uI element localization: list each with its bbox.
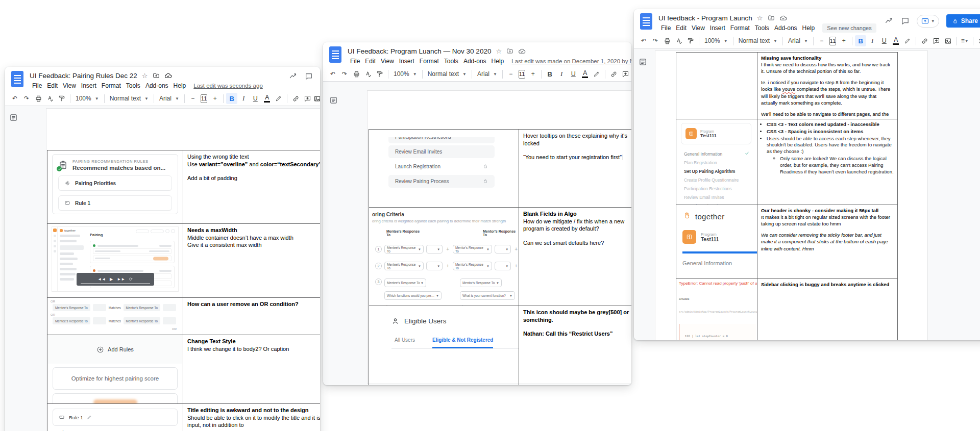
insert-image-button[interactable]: ▼	[313, 93, 320, 104]
note-text[interactable]: This icon should maybe be grey[500] or s…	[519, 306, 631, 340]
menu-file[interactable]: File	[658, 24, 673, 32]
spellcheck-button[interactable]	[44, 93, 56, 104]
underline-button[interactable]: U	[568, 68, 579, 80]
add-comment-button[interactable]	[930, 35, 942, 46]
add-comment-button[interactable]	[302, 93, 313, 104]
activity-icon[interactable]	[885, 16, 894, 26]
zoom-select[interactable]: 100%▼	[73, 93, 102, 104]
comments-icon[interactable]	[305, 72, 313, 81]
note-text[interactable]: Title editing is awkward and not to the …	[183, 404, 320, 431]
undo-button[interactable]: ↶	[9, 93, 20, 104]
cloud-status-icon[interactable]	[518, 47, 526, 55]
menu-addons[interactable]: Add-ons	[772, 24, 800, 32]
styles-select[interactable]: Normal text▼	[736, 35, 780, 46]
note-text[interactable]: Change Text Style I think we change it t…	[183, 335, 320, 355]
font-size-decrease-button[interactable]: −	[816, 35, 827, 46]
document-outline-icon[interactable]	[9, 113, 18, 124]
menu-format[interactable]: Format	[417, 57, 442, 65]
menu-help[interactable]: Help	[800, 24, 818, 32]
google-docs-icon[interactable]	[329, 46, 341, 63]
document-page[interactable]: Participation Restrictions Review Email …	[367, 90, 631, 384]
zoom-select[interactable]: 100%▼	[702, 35, 730, 46]
menu-edit[interactable]: Edit	[44, 82, 60, 90]
add-comment-button[interactable]	[620, 68, 631, 80]
last-edit-link[interactable]: Last edit was seconds ago	[193, 83, 263, 89]
underline-button[interactable]: U	[250, 93, 261, 104]
align-button[interactable]: ≡▼	[959, 35, 970, 46]
redo-button[interactable]: ↷	[650, 35, 661, 46]
see-new-changes-button[interactable]: See new changes	[822, 23, 876, 33]
comments-icon[interactable]	[901, 17, 910, 26]
document-page[interactable]: Missing save functionality I think we ne…	[655, 50, 928, 340]
font-size-increase-button[interactable]: +	[838, 35, 849, 46]
insert-image-button[interactable]	[942, 35, 953, 46]
document-outline-icon[interactable]	[329, 96, 338, 107]
undo-button[interactable]: ↶	[327, 68, 338, 80]
font-size-increase-button[interactable]: +	[527, 68, 538, 80]
menu-help[interactable]: Help	[171, 82, 189, 90]
present-button[interactable]: ▼	[917, 15, 939, 28]
share-button[interactable]: Share	[946, 14, 980, 28]
document-title[interactable]: UI Feedback: Pairing Rules Dec 22	[30, 72, 137, 80]
last-edit-link[interactable]: Last edit was made on December 1, 2020 b…	[511, 58, 631, 64]
document-title[interactable]: UI Feedback: Program Luanch — Nov 30 202…	[348, 47, 491, 55]
move-folder-icon[interactable]	[768, 14, 775, 21]
menu-format[interactable]: Format	[728, 24, 752, 32]
menu-file[interactable]: File	[348, 57, 362, 65]
document-title[interactable]: UI feedback - Program Launch	[658, 14, 752, 22]
zoom-select[interactable]: 100%▼	[391, 68, 420, 80]
bold-button[interactable]: B	[226, 93, 237, 104]
spellcheck-button[interactable]	[362, 68, 374, 80]
menu-tools[interactable]: Tools	[442, 57, 461, 65]
activity-icon[interactable]	[289, 72, 298, 81]
note-text[interactable]: Sidebar clicking is buggy and breaks any…	[757, 279, 897, 290]
menu-view[interactable]: View	[689, 24, 707, 32]
insert-link-button[interactable]	[919, 35, 930, 46]
note-text[interactable]: How can a user remove an OR condition?	[183, 298, 320, 311]
menu-view[interactable]: View	[60, 82, 79, 90]
note-text[interactable]: Our header is chonky - consider making i…	[757, 205, 897, 254]
menu-edit[interactable]: Edit	[362, 57, 378, 65]
cloud-status-icon[interactable]	[164, 72, 172, 80]
google-docs-icon[interactable]	[11, 71, 23, 87]
font-select[interactable]: Arial▼	[475, 68, 500, 80]
line-spacing-button[interactable]	[976, 35, 980, 46]
note-text[interactable]: Needs a maxWidth Middle container doesn’…	[183, 224, 320, 251]
styles-select[interactable]: Normal text▼	[107, 93, 151, 104]
move-folder-icon[interactable]	[153, 72, 160, 79]
font-size-value[interactable]: 11	[201, 94, 207, 103]
google-docs-icon[interactable]	[640, 13, 652, 30]
menu-edit[interactable]: Edit	[673, 24, 689, 32]
redo-button[interactable]: ↷	[339, 68, 350, 80]
underline-button[interactable]: U	[878, 35, 890, 46]
note-bullet-list[interactable]: CSS <3 - Text colors need updated - inac…	[767, 121, 897, 175]
menu-addons[interactable]: Add-ons	[143, 82, 171, 90]
italic-button[interactable]: I	[556, 68, 567, 80]
text-color-button[interactable]: A	[579, 68, 591, 80]
redo-button[interactable]: ↷	[21, 93, 32, 104]
styles-select[interactable]: Normal text▼	[425, 68, 469, 80]
menu-view[interactable]: View	[378, 57, 397, 65]
insert-link-button[interactable]	[608, 68, 619, 80]
paint-format-button[interactable]	[56, 93, 67, 104]
print-button[interactable]	[351, 68, 362, 80]
menu-insert[interactable]: Insert	[707, 24, 728, 32]
spellcheck-button[interactable]	[673, 35, 684, 46]
menu-help[interactable]: Help	[489, 57, 507, 65]
insert-link-button[interactable]	[290, 93, 301, 104]
italic-button[interactable]: I	[867, 35, 878, 46]
star-icon[interactable]: ☆	[142, 72, 148, 79]
menu-addons[interactable]: Add-ons	[461, 57, 489, 65]
document-outline-icon[interactable]	[639, 58, 647, 68]
star-icon[interactable]: ☆	[757, 15, 763, 21]
menu-format[interactable]: Format	[99, 82, 124, 90]
undo-button[interactable]: ↶	[638, 35, 649, 46]
font-size-decrease-button[interactable]: −	[505, 68, 517, 80]
bold-button[interactable]: B	[544, 68, 555, 80]
paint-format-button[interactable]	[374, 68, 385, 80]
highlight-color-button[interactable]	[591, 68, 602, 80]
font-size-decrease-button[interactable]: −	[187, 93, 199, 104]
document-page[interactable]: PAIRING RECOMMENDATION RULES Recommend m…	[46, 108, 320, 431]
video-player-controls[interactable]: ◄◄▶►►⟳	[77, 273, 154, 286]
note-text[interactable]: Using the wrong title text Use variant=”…	[183, 150, 320, 185]
